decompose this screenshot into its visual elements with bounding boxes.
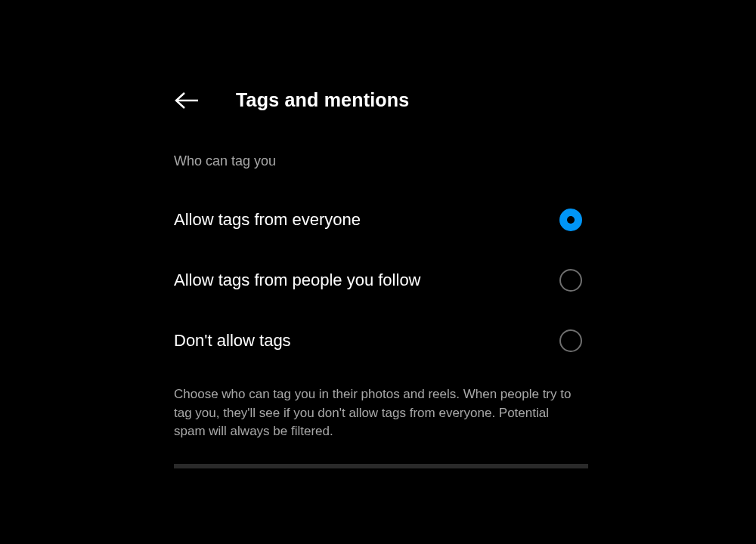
option-label: Allow tags from people you follow bbox=[174, 270, 421, 290]
option-dont-allow[interactable]: Don't allow tags bbox=[174, 329, 582, 352]
option-allow-following[interactable]: Allow tags from people you follow bbox=[174, 269, 582, 292]
section-description: Choose who can tag you in their photos a… bbox=[174, 385, 582, 441]
back-arrow-icon[interactable] bbox=[174, 91, 200, 110]
radio-icon bbox=[559, 269, 582, 292]
section-label: Who can tag you bbox=[174, 153, 582, 169]
radio-icon bbox=[559, 209, 582, 231]
option-label: Don't allow tags bbox=[174, 331, 291, 351]
option-allow-everyone[interactable]: Allow tags from everyone bbox=[174, 209, 582, 231]
radio-icon bbox=[559, 329, 582, 352]
page-title: Tags and mentions bbox=[236, 89, 409, 111]
scrollbar[interactable] bbox=[174, 464, 588, 468]
option-label: Allow tags from everyone bbox=[174, 210, 361, 230]
header: Tags and mentions bbox=[174, 89, 582, 111]
